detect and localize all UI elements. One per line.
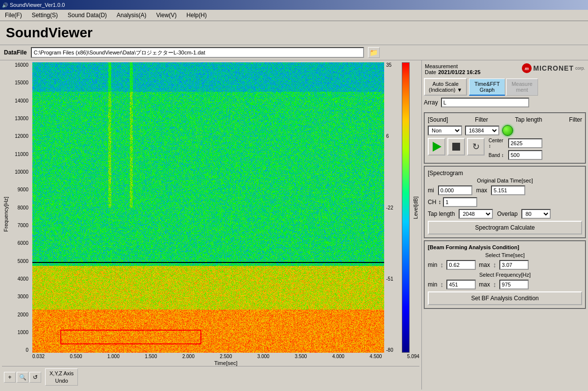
menu-file[interactable]: File(F) [2, 11, 25, 20]
micronet-logo: m MICRONET corp. [522, 63, 585, 73]
spectrogram-calc-button[interactable]: Spectrogram Calculate [428, 221, 582, 235]
beam-section-label: [Beam Forming Analysis Condition] [428, 244, 582, 250]
xyz-undo-button[interactable]: X,Y,Z AxisUndo [45, 368, 78, 386]
app-icon: 🔊 [2, 2, 8, 8]
time-max-spinner[interactable]: ↕ [493, 261, 496, 269]
spectrogram-container [32, 62, 384, 353]
zoom-buttons: + 🔍 ↺ [4, 372, 41, 383]
ch-spinner[interactable]: ↕ [438, 199, 441, 206]
playback-controls: ↻ [428, 138, 485, 156]
colorbar-labels: 35 6 -22 -51 -80 [386, 62, 400, 353]
measurement-section: Measurement Date 2021/01/22 16:25 m [424, 62, 586, 76]
colorbar-area: 35 6 -22 -51 -80 Level[dB] [386, 62, 419, 353]
center-input[interactable] [508, 138, 542, 148]
right-panel: Measurement Date 2021/01/22 16:25 m [421, 60, 588, 390]
ch-input[interactable] [443, 197, 477, 207]
x-axis: 0.032 0.500 1.000 1.500 2.000 2.500 3.00… [32, 353, 419, 360]
stop-button[interactable] [447, 138, 465, 156]
colorbar [402, 62, 410, 353]
time-min-max-row: min ↕ max ↕ [428, 260, 582, 270]
select-freq-title: Select Frequency[Hz] [428, 272, 582, 278]
freq-max-spinner[interactable]: ↕ [493, 281, 496, 288]
play-button[interactable] [428, 138, 445, 156]
date-label: Date [425, 69, 436, 75]
title-bar: 🔊 SoundViewer_Ver1.0.0 [0, 0, 588, 10]
max-input[interactable] [491, 185, 525, 195]
datafile-bar: DataFile 📁 [0, 45, 588, 60]
logo-corp: corp. [575, 66, 585, 71]
zoom-reset-button[interactable]: ↺ [29, 372, 41, 383]
center-label: Center ↕ [489, 138, 506, 149]
spectrogram-section-label: [Spectrogram [428, 170, 463, 177]
time-max-label: max [479, 261, 490, 268]
filter-indicator [502, 125, 513, 136]
datafile-input[interactable] [31, 47, 364, 58]
menu-help[interactable]: Help(H) [184, 11, 210, 20]
playback-row: ↻ Center ↕ Band ↕ [428, 138, 582, 160]
freq-min-max-row: min ↕ max ↕ [428, 280, 582, 289]
tabs-row: Auto Scale (Indication) ▼ Time&FFTGraph … [424, 78, 586, 96]
array-input[interactable] [441, 98, 529, 107]
sound-controls-row: Non Low High Band 16384 8192 4096 [428, 125, 582, 136]
app-header: SoundViewer [0, 21, 588, 45]
mi-max-row: mi max [428, 185, 582, 195]
set-bf-button[interactable]: Set BF Analysis Condition [428, 291, 582, 305]
tap-length-select[interactable]: 16384 8192 4096 [465, 126, 499, 135]
menu-analysis[interactable]: Analysis(A) [114, 11, 149, 20]
tap-length-spec-select[interactable]: 2048 1024 4096 [459, 209, 493, 219]
level-label: Level[dB] [412, 62, 419, 353]
beam-forming-section: [Beam Forming Analysis Condition] Select… [424, 240, 586, 309]
freq-max-label: max [479, 281, 490, 288]
time-min-label: min [428, 261, 437, 268]
center-band-inputs: Center ↕ Band ↕ [489, 138, 542, 160]
y-axis-label: Frequency[Hz] [2, 62, 10, 366]
ch-label: CH [428, 199, 436, 206]
array-label: Array [424, 99, 438, 106]
left-panel: Frequency[Hz] 16000 15000 14000 13000 12… [0, 60, 421, 390]
overlap-select[interactable]: 80 50 25 [521, 209, 551, 219]
band-row: Band ↕ [489, 150, 542, 160]
tap-length-label: Tap length [515, 116, 542, 123]
filter-indicator-label: Filter [569, 116, 582, 123]
freq-max-input[interactable] [499, 280, 529, 289]
spectrogram-section: [Spectrogram Original Data Time[sec] mi … [424, 166, 586, 238]
filter-label: Filter [475, 116, 488, 123]
menu-setting[interactable]: Setting(S) [29, 11, 61, 20]
band-input[interactable] [508, 150, 542, 160]
freq-min-spinner[interactable]: ↕ [440, 281, 443, 288]
folder-button[interactable]: 📁 [368, 47, 380, 58]
tab-time-fft[interactable]: Time&FFTGraph [469, 78, 505, 96]
max-label: max [476, 187, 488, 194]
tab-measurement[interactable]: Measurement [506, 78, 538, 96]
menu-view[interactable]: View(V) [153, 11, 180, 20]
stop-icon [452, 143, 460, 151]
spectrogram-canvas[interactable] [32, 62, 384, 353]
chart-area: Frequency[Hz] 16000 15000 14000 13000 12… [2, 62, 419, 366]
tap-label: Tap length [428, 210, 455, 217]
bottom-toolbar: + 🔍 ↺ X,Y,Z AxisUndo [2, 366, 419, 388]
filter-select[interactable]: Non Low High Band [428, 126, 462, 135]
repeat-button[interactable]: ↻ [467, 138, 485, 156]
measurement-label: Measurement [425, 63, 481, 69]
menu-sound-data[interactable]: Sound Data(D) [65, 11, 110, 20]
freq-min-label: min [428, 281, 437, 288]
band-label: Band ↕ [489, 153, 506, 158]
tap-overlap-row: Tap length 2048 1024 4096 Overlap 80 50 … [428, 209, 582, 219]
mi-input[interactable] [438, 185, 472, 195]
zoom-in-button[interactable]: + [4, 372, 16, 383]
y-axis: 16000 15000 14000 13000 12000 11000 1000… [11, 62, 30, 353]
overlap-label: Overlap [497, 210, 517, 217]
ch-row: CH ↕ [428, 197, 582, 207]
auto-scale-button[interactable]: Auto Scale (Indication) ▼ [424, 78, 467, 96]
tabs: Time&FFTGraph Measurement [469, 78, 538, 96]
time-min-spinner[interactable]: ↕ [440, 261, 443, 269]
array-row: Array [424, 98, 586, 107]
datafile-label: DataFile [4, 49, 27, 56]
time-min-input[interactable] [446, 260, 476, 270]
freq-min-input[interactable] [446, 280, 476, 289]
time-max-input[interactable] [499, 260, 529, 270]
zoom-pan-button[interactable]: 🔍 [17, 372, 28, 383]
center-row: Center ↕ [489, 138, 542, 149]
mi-label: mi [428, 187, 434, 194]
svg-text:m: m [525, 66, 529, 71]
